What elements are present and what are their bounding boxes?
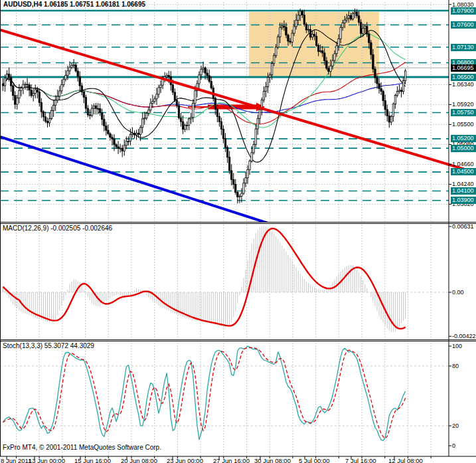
stoch-d-line	[3, 347, 406, 438]
panel-splitter[interactable]	[0, 221, 476, 225]
support-trendline	[0, 137, 270, 224]
stoch-pane	[0, 343, 449, 456]
panel-splitter[interactable]	[0, 339, 476, 342]
stoch-k-line	[3, 346, 406, 440]
main-price-pane	[0, 2, 449, 224]
chart-canvas[interactable]	[0, 0, 476, 463]
resistance-trendline	[0, 30, 476, 173]
macd-pane	[0, 225, 449, 339]
mt4-chart-window[interactable]: AUDUSD,H4 1.06185 1.06751 1.06181 1.0669…	[0, 0, 476, 463]
